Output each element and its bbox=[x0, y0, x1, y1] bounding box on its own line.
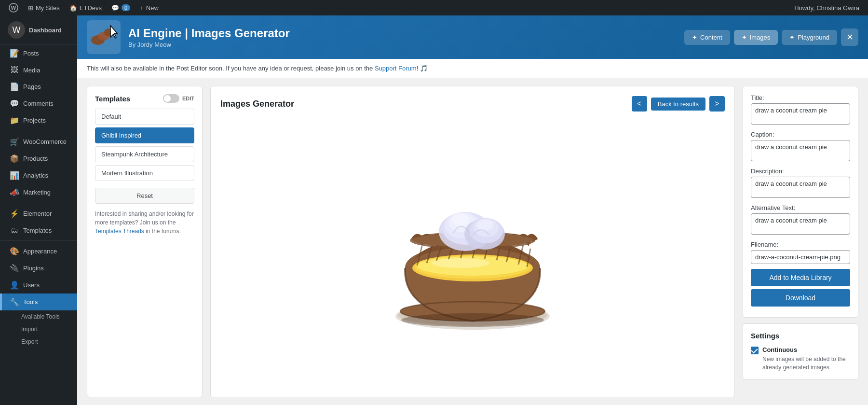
templates-footer: Interested in sharing and/or looking for… bbox=[95, 209, 194, 236]
description-label: Description: bbox=[751, 168, 850, 175]
sidebar-subitem-available-tools[interactable]: Available Tools bbox=[0, 310, 77, 323]
download-btn[interactable]: Download bbox=[751, 289, 850, 307]
site-name-label: ETDevs bbox=[80, 4, 102, 12]
sidebar-item-analytics[interactable]: 📊 Analytics bbox=[0, 167, 77, 184]
template-steampunk[interactable]: Steampunk Architecture bbox=[95, 146, 194, 162]
svg-point-23 bbox=[477, 219, 493, 231]
comment-icon: 💬 bbox=[111, 4, 119, 12]
edit-toggle[interactable]: EDIT bbox=[163, 94, 194, 103]
nav-content-btn[interactable]: ✦ Content bbox=[684, 30, 730, 45]
alt-field-group: Alternative Text: draw a coconut cream p… bbox=[751, 204, 850, 236]
content-star-icon: ✦ bbox=[692, 34, 697, 41]
sidebar-item-plugins[interactable]: 🔌 Plugins bbox=[0, 260, 77, 277]
notice-bar: This will also be available in the Post … bbox=[77, 59, 868, 78]
back-results-btn[interactable]: Back to results bbox=[651, 98, 705, 111]
import-label: Import bbox=[21, 326, 38, 333]
my-sites-btn[interactable]: ⊞ My Sites bbox=[23, 0, 65, 15]
media-icon: 🖼 bbox=[10, 66, 19, 74]
templates-panel: Templates EDIT Default Ghibli Inspired S… bbox=[87, 86, 203, 397]
nav-playground-btn[interactable]: ✦ Playground bbox=[782, 30, 837, 45]
projects-label: Projects bbox=[23, 117, 46, 124]
description-field-group: Description: draw a coconut cream pie bbox=[751, 168, 850, 199]
continuous-text: Continuous New images will be added to t… bbox=[762, 346, 850, 372]
template-modern[interactable]: Modern Illustration bbox=[95, 165, 194, 181]
playground-star-icon: ✦ bbox=[789, 34, 795, 41]
template-default[interactable]: Default bbox=[95, 109, 194, 125]
continuous-option: Continuous New images will be added to t… bbox=[751, 346, 850, 372]
add-to-media-btn[interactable]: Add to Media Library bbox=[751, 269, 850, 286]
products-icon: 📦 bbox=[10, 154, 19, 163]
next-btn[interactable]: > bbox=[709, 96, 725, 112]
users-label: Users bbox=[23, 281, 40, 289]
caption-field-group: Caption: draw a coconut cream pie bbox=[751, 131, 850, 163]
sidebar-item-woocommerce[interactable]: 🛒 WooCommerce bbox=[0, 133, 77, 150]
sidebar-item-tools[interactable]: 🔧 Tools bbox=[0, 293, 77, 310]
site-name-btn[interactable]: 🏠 ETDevs bbox=[65, 0, 107, 15]
continuous-desc: New images will be added to the already … bbox=[762, 355, 850, 372]
sidebar-separator-2 bbox=[0, 203, 77, 203]
new-btn[interactable]: + New bbox=[135, 0, 163, 15]
sidebar-item-appearance[interactable]: 🎨 Appearance bbox=[0, 243, 77, 260]
reset-button[interactable]: Reset bbox=[95, 188, 194, 204]
dashboard-label: Dashboard bbox=[29, 27, 62, 34]
users-icon: 👤 bbox=[10, 280, 19, 290]
notice-suffix: ! 🎵 bbox=[417, 65, 428, 72]
close-icon: ✕ bbox=[846, 32, 854, 42]
generator-header: Images Generator < Back to results > bbox=[220, 96, 725, 112]
templates-threads-link[interactable]: Templates Threads bbox=[95, 228, 144, 235]
tools-icon: 🔧 bbox=[10, 297, 19, 307]
new-label: New bbox=[146, 4, 159, 12]
templates-header: Templates EDIT bbox=[95, 94, 194, 103]
templates-sidebar-icon: 🗂 bbox=[10, 226, 19, 235]
sidebar-subitem-export[interactable]: Export bbox=[0, 335, 77, 348]
comments-btn[interactable]: 💬 0 bbox=[107, 0, 135, 15]
title-label: Title: bbox=[751, 94, 850, 101]
export-label: Export bbox=[21, 338, 38, 345]
title-input[interactable]: draw a coconut cream pie bbox=[751, 103, 850, 125]
sidebar-item-projects[interactable]: 📁 Projects bbox=[0, 112, 77, 129]
sidebar-item-users[interactable]: 👤 Users bbox=[0, 277, 77, 293]
generated-image bbox=[376, 162, 569, 345]
svg-point-25 bbox=[401, 313, 544, 327]
sidebar-item-media[interactable]: 🖼 Media bbox=[0, 62, 77, 78]
caption-input[interactable]: draw a coconut cream pie bbox=[751, 140, 850, 161]
continuous-checkbox[interactable] bbox=[751, 347, 759, 354]
sidebar-item-marketing[interactable]: 📣 Marketing bbox=[0, 184, 77, 201]
description-input[interactable]: draw a coconut cream pie bbox=[751, 177, 850, 198]
analytics-icon: 📊 bbox=[10, 171, 19, 180]
sidebar-item-templates[interactable]: 🗂 Templates bbox=[0, 222, 77, 238]
sidebar-item-elementor[interactable]: ⚡ Elementor bbox=[0, 205, 77, 222]
sidebar-item-products[interactable]: 📦 Products bbox=[0, 150, 77, 167]
template-ghibli[interactable]: Ghibli Inspired bbox=[95, 127, 194, 143]
templates-sidebar-label: Templates bbox=[23, 227, 52, 234]
prev-btn[interactable]: < bbox=[632, 96, 647, 112]
marketing-label: Marketing bbox=[23, 189, 51, 196]
filename-label: Filename: bbox=[751, 241, 850, 248]
sidebar-item-pages[interactable]: 📄 Pages bbox=[0, 78, 77, 95]
available-tools-label: Available Tools bbox=[21, 313, 60, 320]
plugin-header: AI Engine | Images Generator By Jordy Me… bbox=[77, 15, 868, 59]
plugin-logo bbox=[87, 20, 121, 54]
analytics-label: Analytics bbox=[23, 172, 48, 179]
playground-btn-label: Playground bbox=[798, 34, 829, 41]
plugin-title: AI Engine | Images Generator bbox=[128, 27, 677, 40]
howdy-text: Howdy, Christina Gwira bbox=[789, 4, 864, 12]
close-btn[interactable]: ✕ bbox=[841, 28, 858, 46]
filename-input[interactable]: draw-a-coconut-cream-pie.png bbox=[751, 250, 850, 264]
sidebar-subitem-import[interactable]: Import bbox=[0, 323, 77, 335]
my-sites-icon: ⊞ bbox=[28, 4, 33, 12]
toggle-track[interactable] bbox=[163, 94, 179, 103]
support-forum-link[interactable]: Support Forum bbox=[375, 65, 417, 72]
fields-box: Title: draw a coconut cream pie Caption:… bbox=[743, 86, 858, 318]
wp-logo-btn[interactable]: W bbox=[4, 0, 23, 15]
alt-input[interactable]: draw a coconut cream pie bbox=[751, 213, 850, 235]
my-sites-label: My Sites bbox=[36, 4, 60, 12]
alt-label: Alternative Text: bbox=[751, 204, 850, 211]
sidebar-item-posts[interactable]: 📝 Posts bbox=[0, 45, 77, 62]
nav-images-btn[interactable]: ✦ Images bbox=[734, 30, 778, 45]
marketing-icon: 📣 bbox=[10, 188, 19, 197]
elementor-label: Elementor bbox=[23, 210, 52, 217]
dashboard-link[interactable]: W Dashboard bbox=[0, 15, 77, 45]
woo-icon: 🛒 bbox=[10, 137, 19, 146]
sidebar-item-comments[interactable]: 💬 Comments bbox=[0, 95, 77, 112]
